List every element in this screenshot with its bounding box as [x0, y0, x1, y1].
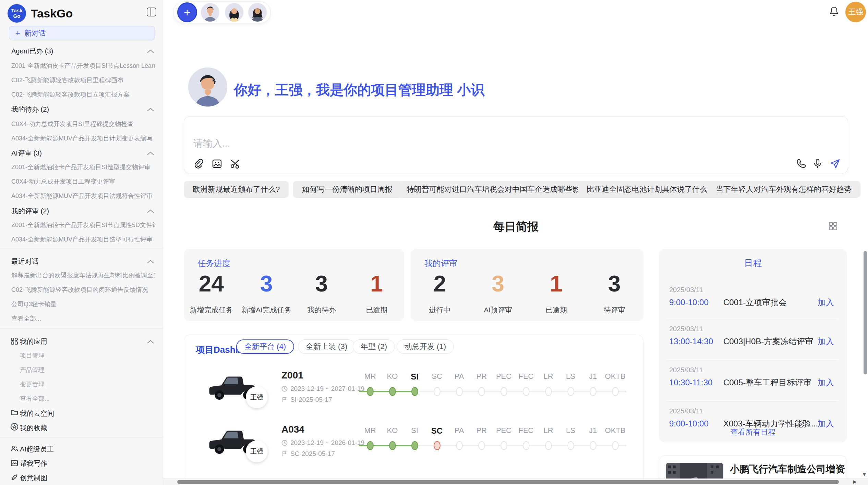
tab-powertrain[interactable]: 动总开发 (1) — [397, 339, 454, 354]
milestone-label: PEC — [493, 426, 515, 436]
sidebar-item[interactable]: Z001-全新燃油轻卡产品开发项目SI节点属性5D文件评审 — [11, 221, 155, 229]
milestone-label: SI — [403, 426, 426, 436]
chevron-up-icon[interactable] — [147, 108, 154, 112]
join-meeting-link[interactable]: 加入 — [818, 377, 834, 388]
chat-input-placeholder: 请输入... — [193, 137, 230, 150]
avatar[interactable] — [225, 3, 243, 22]
my-cloud-space[interactable]: 我的云空间 — [20, 409, 54, 418]
vertical-scrollbar-thumb[interactable] — [864, 251, 867, 374]
milestone-label: LS — [559, 372, 582, 382]
stat-overdue: 1 已逾期 — [349, 272, 404, 315]
join-meeting-link[interactable]: 加入 — [818, 297, 834, 308]
event-time: 13:00-14:30 — [669, 337, 713, 346]
stat-pending-review: 3 待评审 — [585, 272, 643, 315]
chevron-up-icon[interactable] — [147, 260, 154, 264]
milestone-dot — [604, 440, 626, 451]
app-item-product-mgmt[interactable]: 产品管理 — [20, 366, 45, 374]
project-code[interactable]: Z001 — [281, 370, 303, 381]
stat-label: 已逾期 — [366, 305, 387, 315]
app-item-project-mgmt[interactable]: 项目管理 — [20, 351, 45, 360]
milestone-label: OKTB — [604, 426, 626, 436]
milestone-dot — [359, 440, 381, 451]
layout-grid-icon[interactable] — [828, 221, 838, 231]
ai-staff-people-icon — [10, 445, 19, 453]
apps-view-all[interactable]: 查看全部... — [20, 395, 50, 403]
sidebar-collapse-icon[interactable] — [147, 8, 156, 16]
tab-new-body[interactable]: 全新上装 (3) — [298, 339, 355, 354]
milestone-track: MR KO SI SC PA PR PEC FEC LR LS J1 OKTB — [359, 426, 626, 451]
stat-value: 1 — [370, 272, 383, 296]
user-avatar[interactable]: 王强 — [845, 2, 866, 22]
milestone-dot — [582, 440, 604, 451]
tool-creative-drawing[interactable]: 创意制图 — [20, 473, 47, 483]
recent-chat-item[interactable]: 解释最新出台的欧盟报废车法规再生塑料比例被调至15%... — [11, 271, 155, 279]
tool-help-me-write[interactable]: 帮我写作 — [20, 459, 47, 468]
view-all-schedule-link[interactable]: 查看所有日程 — [659, 427, 847, 437]
notification-bell-icon[interactable] — [830, 6, 839, 16]
suggestion-chip[interactable]: 欧洲新规最近颁布了什么? — [184, 181, 289, 198]
send-icon[interactable] — [830, 158, 841, 169]
section-my-review[interactable]: 我的评审 (2) — [11, 207, 49, 216]
cloud-space-icon — [10, 408, 19, 416]
avatar[interactable] — [201, 3, 219, 22]
sidebar-item[interactable]: Z001-全新燃油皮卡产品开发项目SI节点Lesson Learn报告 — [11, 62, 155, 70]
avatar[interactable] — [248, 3, 267, 22]
tool-ai-super-staff[interactable]: AI超级员工 — [20, 445, 54, 454]
sidebar-item[interactable]: A034-全新新能源MUV产品开发项目造型可行性评审 — [11, 235, 155, 244]
sidebar: Task Go TaskGo + 新对话 Agent已办 (3) Z001-全新… — [0, 0, 163, 485]
tab-new-platform[interactable]: 全新平台 (4) — [236, 339, 294, 354]
recent-chat-item[interactable]: C02-飞腾新能源轻客改款项目的闭环通告反馈情况 — [11, 286, 155, 294]
chat-input-box[interactable] — [184, 116, 848, 173]
apps-grid-icon — [10, 337, 19, 345]
join-meeting-link[interactable]: 加入 — [818, 336, 834, 347]
section-ai-review[interactable]: AI评审 (3) — [11, 149, 42, 158]
image-upload-icon[interactable] — [212, 158, 222, 169]
chevron-up-icon[interactable] — [147, 49, 154, 53]
suggestion-chip[interactable]: 当下年轻人对汽车外观有怎样的喜好趋势 — [707, 181, 860, 198]
chevron-up-icon[interactable] — [147, 151, 154, 156]
sidebar-item[interactable]: C0X4-动力总成开发项目工程变更评审 — [11, 177, 155, 186]
event-date: 2025/03/11 — [669, 366, 703, 374]
suggestion-chip[interactable]: 如何写一份清晰的项目周报 — [293, 181, 401, 198]
stat-value: 3 — [492, 272, 504, 296]
stat-label: AI预评审 — [484, 305, 512, 315]
suggestion-chip[interactable]: 特朗普可能对进口汽车增税会对中国车企造成哪些影响 — [398, 181, 596, 198]
sidebar-item[interactable]: A034-全新新能源MUV产品开发项目计划变更表编写 — [11, 134, 155, 142]
milestone-dot — [604, 386, 626, 397]
milestone-dot — [448, 440, 470, 451]
app-item-change-mgmt[interactable]: 变更管理 — [20, 380, 45, 388]
sidebar-item[interactable]: A034-全新新能源MUV产品开发项目法规符合性评审 — [11, 192, 155, 200]
sidebar-item[interactable]: C02-飞腾新能源轻客改款项目立项汇报方案 — [11, 90, 155, 99]
attachment-paperclip-icon[interactable] — [193, 158, 204, 169]
scissors-screenshot-icon[interactable] — [230, 158, 241, 169]
project-dashboard-card: 项目Dashboard 全新平台 (4) 全新上装 (3) 年型 (2) 动总开… — [184, 335, 643, 485]
microphone-icon[interactable] — [812, 158, 823, 169]
scroll-down-arrow-icon[interactable]: ▼ — [862, 471, 867, 477]
chevron-up-icon[interactable] — [147, 209, 154, 213]
new-chat-button[interactable]: + 新对话 — [9, 26, 155, 40]
chevron-up-icon[interactable] — [147, 340, 154, 344]
tab-model-year[interactable]: 年型 (2) — [353, 339, 395, 354]
recent-chat-item[interactable]: 公司Q3轻卡销量 — [11, 300, 155, 308]
plus-icon: + — [184, 6, 191, 19]
phone-call-icon[interactable] — [796, 158, 807, 169]
add-agent-button[interactable]: + — [177, 2, 197, 22]
sidebar-item[interactable]: Z001-全新燃油轻卡产品开发项目SI造型提交物评审 — [11, 163, 155, 171]
my-apps-header[interactable]: 我的应用 — [20, 337, 47, 346]
suggestion-chip[interactable]: 比亚迪全固态电池计划具体说了什么 — [578, 181, 716, 198]
project-code[interactable]: A034 — [281, 424, 304, 435]
recent-view-all[interactable]: 查看全部... — [11, 314, 155, 323]
section-my-todo[interactable]: 我的待办 (2) — [11, 105, 49, 114]
horizontal-scrollbar-thumb[interactable] — [177, 480, 839, 484]
project-flag-text: SI-2025-05-17 — [290, 396, 332, 403]
scroll-right-arrow-icon[interactable]: ▶ — [853, 479, 857, 484]
milestone-dot — [381, 440, 403, 451]
my-favorites[interactable]: 我的收藏 — [20, 423, 47, 433]
sidebar-item[interactable]: C0X4-动力总成开发项目SI里程碑提交物检查 — [11, 120, 155, 128]
news-title[interactable]: 小鹏飞行汽车制造公司增资 — [730, 463, 845, 476]
section-agent-done[interactable]: Agent已办 (3) — [11, 47, 53, 56]
section-recent-chats[interactable]: 最近对话 — [11, 257, 39, 266]
milestone-track: MR KO SI SC PA PR PEC FEC LR LS J1 OKTB — [359, 372, 626, 397]
sidebar-item[interactable]: C02-飞腾新能源轻客改款项目里程碑画布 — [11, 76, 155, 84]
milestone-dot — [537, 440, 559, 451]
